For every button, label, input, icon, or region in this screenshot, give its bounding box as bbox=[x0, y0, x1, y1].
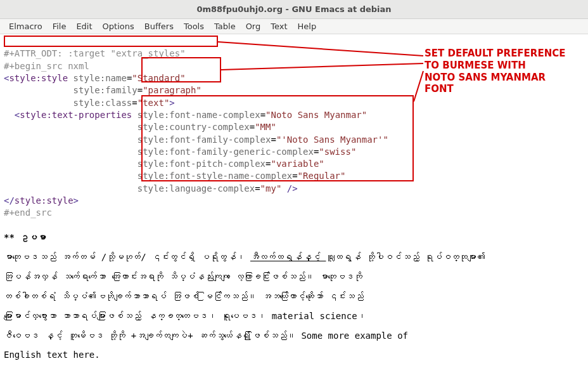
code-line: style:font-pitch-complex="variable" bbox=[4, 159, 324, 169]
org-heading: ** ဥပမာ bbox=[4, 232, 46, 242]
underlined-text: အီလက်ထရွန်နှင့် bbox=[250, 252, 326, 262]
code-line: style:font-family-complex="'Noto Sans My… bbox=[4, 134, 388, 145]
code-line: style:language-complex="my" /> bbox=[4, 183, 298, 194]
code-line: #+ATTR_ODT: :target "extra_styles" bbox=[4, 48, 186, 58]
window-titlebar: 0m88fpu0uhj0.org - GNU Emacs at debian bbox=[0, 0, 588, 19]
menu-elmacro[interactable]: Elmacro bbox=[4, 22, 48, 31]
menu-options[interactable]: Options bbox=[98, 22, 139, 31]
code-line: <style:style style:name="Standard" bbox=[4, 73, 186, 83]
menu-edit[interactable]: Edit bbox=[71, 22, 97, 31]
menu-file[interactable]: File bbox=[48, 22, 72, 31]
menu-help[interactable]: Help bbox=[293, 22, 322, 31]
menu-text[interactable]: Text bbox=[265, 22, 292, 31]
menu-tools[interactable]: Tools bbox=[179, 22, 209, 31]
menu-org[interactable]: Org bbox=[241, 22, 266, 31]
code-line: style:font-style-name-complex="Regular" bbox=[4, 171, 345, 181]
code-line: #+begin_src nxml bbox=[4, 61, 89, 71]
menu-buffers[interactable]: Buffers bbox=[139, 22, 179, 31]
code-line: style:country-complex="MM" bbox=[4, 122, 276, 132]
code-line: style:class="text"> bbox=[4, 98, 175, 108]
code-line: <style:text-properties style:font-name-c… bbox=[4, 110, 367, 120]
code-line: #+end_src bbox=[4, 207, 52, 218]
code-line: style:font-family-generic-complex="swiss… bbox=[4, 147, 356, 157]
body-text: ဓာတုဗေဒသည် အက်တမ် /သို့မဟုတ်/ ၎င်းတွင်ရှ… bbox=[4, 244, 584, 365]
code-line: </style:style> bbox=[4, 195, 79, 206]
editor-area[interactable]: #+ATTR_ODT: :target "extra_styles" #+beg… bbox=[0, 34, 588, 381]
menu-table[interactable]: Table bbox=[209, 22, 241, 31]
menu-bar: Elmacro File Edit Options Buffers Tools … bbox=[0, 19, 588, 34]
window-title: 0m88fpu0uhj0.org - GNU Emacs at debian bbox=[196, 4, 391, 14]
code-line: style:family="paragraph" bbox=[4, 85, 201, 95]
